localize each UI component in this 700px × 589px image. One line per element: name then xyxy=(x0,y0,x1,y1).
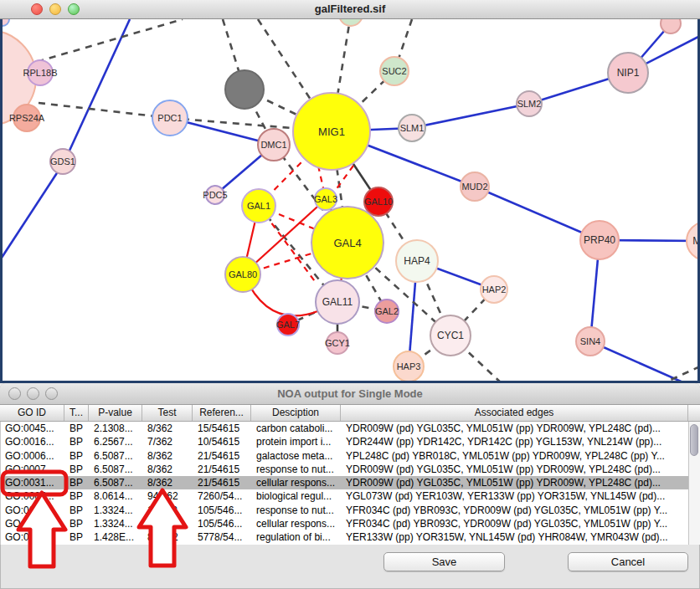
node-GAL1[interactable]: GAL1 xyxy=(241,188,276,223)
table-cell: 8/362 xyxy=(143,449,193,463)
table-row[interactable]: GO:0006...BP6.5087...8/36221/54615galact… xyxy=(1,449,688,463)
node-unlabeled[interactable] xyxy=(224,69,265,110)
table-cell: 1.3324... xyxy=(90,517,143,530)
node-PDC5[interactable]: PDC5 xyxy=(205,185,225,205)
table-cell: 10/54615 xyxy=(193,435,252,448)
table-cell: YPL248C (pd) YBR018C, YML051W (pp) YDR00… xyxy=(342,449,688,463)
column-header-go-id[interactable]: GO ID xyxy=(0,405,64,421)
table-cell: YDR244W (pp) YDR142C, YDR142C (pp) YGL15… xyxy=(342,435,688,448)
table-cell: BP xyxy=(65,530,90,544)
node-HAP2[interactable]: HAP2 xyxy=(480,275,508,304)
table-cell: 7260/54... xyxy=(193,489,252,503)
table-cell: BP xyxy=(65,489,90,503)
cancel-button[interactable]: Cancel xyxy=(568,552,688,571)
table-cell: response to nut... xyxy=(252,463,342,476)
node-MIG1[interactable]: MIG1 xyxy=(292,92,371,171)
node-HAP3[interactable]: HAP3 xyxy=(393,351,425,382)
table-cell: 7/362 xyxy=(143,435,193,448)
table-cell: GO:0050... xyxy=(1,530,65,544)
node-GAL80[interactable]: GAL80 xyxy=(224,256,261,293)
table-row[interactable]: GO:0065...BP8.0614...94/3627260/54...bio… xyxy=(1,489,688,503)
table-cell: GO:0031... xyxy=(1,476,65,489)
results-table: GO:0045...BP2.1308...8/36215/54615carbon… xyxy=(0,422,688,545)
table-cell: BP xyxy=(65,504,90,517)
table-cell: YFR034C (pd) YBR093C, YDR009W (pd) YGL03… xyxy=(342,517,688,530)
node-PDC1[interactable]: PDC1 xyxy=(152,100,188,136)
table-cell: BP xyxy=(65,435,90,448)
table-row[interactable]: GO:0031...BP1.3324...11/362105/546...res… xyxy=(1,504,688,517)
table-cell: GO:0031... xyxy=(1,504,65,517)
column-header-test[interactable]: Test xyxy=(142,405,193,421)
table-cell: BP xyxy=(65,517,90,530)
table-cell: 11/362 xyxy=(143,504,193,517)
node-DMC1[interactable]: DMC1 xyxy=(257,128,291,161)
table-cell: 21/54615 xyxy=(193,476,252,489)
table-cell: 6.5087... xyxy=(90,476,143,489)
node-PRP40[interactable]: PRP40 xyxy=(579,220,620,260)
table-cell: 21/54615 xyxy=(193,463,252,476)
node-MUD2[interactable]: MUD2 xyxy=(460,172,490,202)
node-unlabeled[interactable] xyxy=(660,19,682,34)
node-SIN4[interactable]: SIN4 xyxy=(575,326,605,356)
table-row[interactable]: GO:0031...BP6.5087...8/36221/54615cellul… xyxy=(1,476,688,489)
table-cell: YDR009W (pd) YGL035C, YML051W (pp) YDR00… xyxy=(342,476,688,489)
table-cell: GO:0065... xyxy=(1,489,65,503)
node-RPS24A[interactable]: RPS24A xyxy=(13,104,41,132)
node-GAL7[interactable]: GAL7 xyxy=(276,313,300,336)
table-cell: galactose meta... xyxy=(252,449,342,463)
node-NIP1[interactable]: NIP1 xyxy=(607,52,649,94)
table-cell: 1.428E... xyxy=(90,530,143,544)
node-MSL1[interactable]: MSL1 xyxy=(686,221,700,261)
table-row[interactable]: GO:0007...BP6.5087...8/36221/54615respon… xyxy=(1,463,688,476)
table-row[interactable]: GO:0045...BP2.1308...8/36215/54615carbon… xyxy=(1,422,688,435)
node-SLM1[interactable]: SLM1 xyxy=(398,114,426,142)
node-CYC1[interactable]: CYC1 xyxy=(430,315,471,356)
noa-window-titlebar[interactable]: NOA output for Single Mode xyxy=(0,383,700,405)
column-header-p-value[interactable]: P-value xyxy=(89,405,142,421)
node-GAL2[interactable]: GAL2 xyxy=(374,299,399,324)
table-cell: 6.2567... xyxy=(90,435,143,448)
node-unlabeled[interactable] xyxy=(338,19,363,27)
table-cell: cellular respons... xyxy=(252,476,342,489)
table-cell: regulation of bi... xyxy=(252,530,342,544)
table-cell: GO:0007... xyxy=(1,463,65,476)
node-RPL18B[interactable]: RPL18B xyxy=(27,59,54,86)
table-cell: BP xyxy=(65,422,90,435)
vertical-scrollbar[interactable] xyxy=(688,422,700,545)
table-row[interactable]: GO:0016...BP6.2567...7/36210/54615protei… xyxy=(1,435,688,448)
table-cell: BP xyxy=(65,449,90,463)
node-GDS1[interactable]: GDS1 xyxy=(49,148,76,175)
table-header-filler xyxy=(688,405,700,422)
table-cell: BP xyxy=(65,463,90,476)
network-window: galFiltered.sif RPL18BRPS24AGDS1PDC1DMC1… xyxy=(0,0,700,383)
table-cell: 2.1308... xyxy=(90,422,143,435)
column-header-associated-edges[interactable]: Associated edges xyxy=(341,405,688,421)
node-GAL4[interactable]: GAL4 xyxy=(311,206,384,279)
node-SUC2[interactable]: SUC2 xyxy=(379,56,409,86)
node-SLM2[interactable]: SLM2 xyxy=(516,90,543,117)
node-unlabeled[interactable] xyxy=(0,19,10,27)
table-cell: 5778/54... xyxy=(193,530,252,544)
column-header-desciption[interactable]: Desciption xyxy=(251,405,341,421)
save-button[interactable]: Save xyxy=(383,552,505,571)
table-cell: 8/362 xyxy=(143,422,193,435)
table-cell: YER133W (pp) YOR315W, YNL145W (pd) YHR08… xyxy=(342,530,688,544)
table-row[interactable]: GO:0031...BP1.3324...11/362105/546...cel… xyxy=(1,517,688,530)
table-cell: cellular respons... xyxy=(252,517,342,530)
table-cell: GO:0016... xyxy=(1,435,65,448)
scrollbar-thumb[interactable] xyxy=(690,424,698,456)
table-cell: YDR009W (pd) YGL035C, YML051W (pp) YDR00… xyxy=(342,463,688,476)
column-header-t[interactable]: T... xyxy=(64,405,89,421)
table-cell: 105/546... xyxy=(193,504,252,517)
table-cell: 15/54615 xyxy=(193,422,252,435)
node-GCY1[interactable]: GCY1 xyxy=(326,331,349,355)
network-window-titlebar[interactable]: galFiltered.sif xyxy=(0,0,700,19)
node-GAL11[interactable]: GAL11 xyxy=(315,279,360,325)
node-HAP4[interactable]: HAP4 xyxy=(395,239,439,283)
table-row[interactable]: GO:0050...BP1.428E...80/3625778/54...reg… xyxy=(1,530,688,544)
table-cell: YFR034C (pd) YBR093C, YDR009W (pd) YGL03… xyxy=(342,504,688,517)
column-header-referen[interactable]: Referen... xyxy=(193,405,251,421)
network-canvas[interactable]: RPL18BRPS24AGDS1PDC1DMC1MIG1SUC2SLM1SLM2… xyxy=(0,19,700,383)
table-cell: GO:0045... xyxy=(1,422,65,435)
table-cell: 21/54615 xyxy=(193,449,252,463)
